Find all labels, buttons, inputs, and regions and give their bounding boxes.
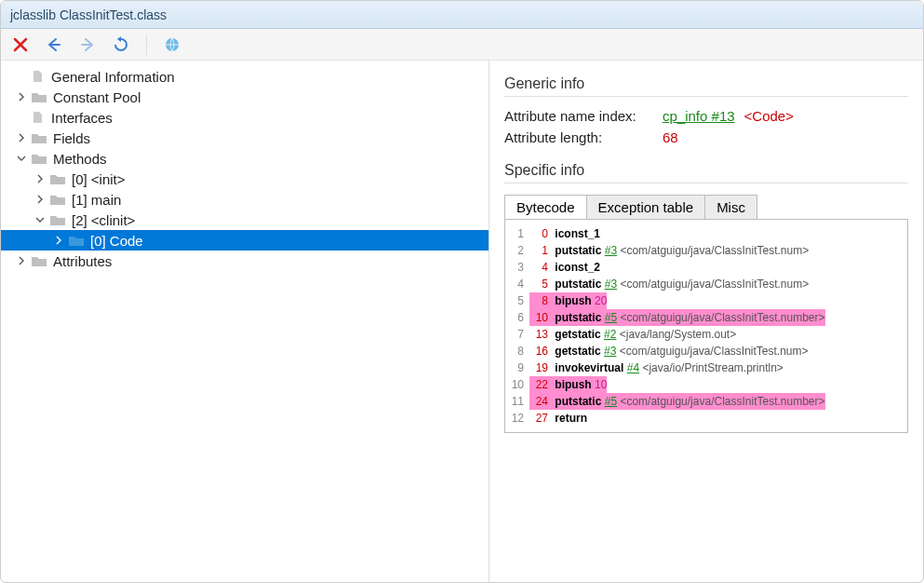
bytecode-row[interactable]: 21 putstatic #3 <com/atguigu/java/ClassI… <box>509 242 904 259</box>
generic-info-heading: Generic info <box>504 75 908 92</box>
tree-item-code[interactable]: [0] Code <box>1 230 489 251</box>
bytecode-instruction: 13 getstatic #2 <java/lang/System.out> <box>529 326 736 343</box>
folder-icon <box>31 253 47 268</box>
bytecode-gutter: 4 <box>509 276 529 292</box>
constant-pool-link[interactable]: #5 <box>605 311 617 324</box>
chevron-right-icon[interactable] <box>33 171 47 186</box>
chevron-down-icon[interactable] <box>33 212 47 227</box>
divider <box>504 96 908 97</box>
chevron-right-icon[interactable] <box>14 130 29 145</box>
folder-icon <box>68 233 85 248</box>
tree-item-interfaces[interactable]: Interfaces <box>1 107 489 128</box>
bytecode-instruction: 4 iconst_2 <box>529 259 600 276</box>
bytecode-gutter: 6 <box>509 309 529 326</box>
constant-pool-link[interactable]: #2 <box>604 328 616 341</box>
bytecode-instruction: 5 putstatic #3 <com/atguigu/java/ClassIn… <box>529 276 809 292</box>
tree-item-methods[interactable]: Methods <box>1 148 489 169</box>
bytecode-instruction: 27 return <box>529 410 587 427</box>
constant-pool-link[interactable]: #5 <box>605 395 617 408</box>
tab-misc[interactable]: Misc <box>705 196 757 219</box>
chevron-right-icon[interactable] <box>33 192 47 207</box>
tree-item-general-info[interactable]: General Information <box>1 66 489 87</box>
constant-pool-link[interactable]: #3 <box>604 345 616 358</box>
bytecode-instruction: 1 putstatic #3 <com/atguigu/java/ClassIn… <box>529 242 809 259</box>
constant-pool-link[interactable]: #3 <box>605 278 617 291</box>
bytecode-instruction: 16 getstatic #3 <com/atguigu/java/ClassI… <box>529 343 809 359</box>
tree-item-label: [0] Code <box>90 233 143 249</box>
attr-name-tag: <Code> <box>744 108 794 124</box>
window-title: jclasslib ClassInitTest.class <box>10 7 167 22</box>
globe-button[interactable] <box>160 33 184 57</box>
refresh-button[interactable] <box>109 33 133 57</box>
forward-button[interactable] <box>75 33 100 57</box>
folder-icon <box>49 171 66 186</box>
bytecode-gutter: 9 <box>509 359 529 376</box>
bytecode-instruction: 24 putstatic #5 <com/atguigu/java/ClassI… <box>529 393 825 410</box>
attr-name-link[interactable]: cp_info #13 <box>663 108 735 124</box>
bytecode-gutter: 11 <box>509 393 529 410</box>
folder-icon <box>31 151 47 166</box>
bytecode-row[interactable]: 1227 return <box>509 410 904 427</box>
bytecode-row[interactable]: 1124 putstatic #5 <com/atguigu/java/Clas… <box>509 393 904 410</box>
constant-pool-link[interactable]: #3 <box>605 244 617 257</box>
chevron-down-icon[interactable] <box>14 151 29 166</box>
tree-item-label: [0] <init> <box>72 171 126 187</box>
bytecode-row[interactable]: 816 getstatic #3 <com/atguigu/java/Class… <box>509 343 904 359</box>
chevron-right-icon[interactable] <box>51 233 66 248</box>
bytecode-row[interactable]: 34 iconst_2 <box>509 259 904 276</box>
attr-length-value: 68 <box>663 129 678 145</box>
tabs: Bytecode Exception table Misc <box>504 195 757 219</box>
tree-item-label: Constant Pool <box>53 89 141 105</box>
tree-item-label: Fields <box>53 130 90 146</box>
bytecode-row[interactable]: 919 invokevirtual #4 <java/io/PrintStrea… <box>509 359 904 376</box>
back-button[interactable] <box>42 33 66 57</box>
close-button[interactable] <box>8 33 33 57</box>
attr-length-label: Attribute length: <box>504 129 663 145</box>
tree-item-label: Attributes <box>53 253 112 269</box>
tab-exception-table[interactable]: Exception table <box>587 196 706 219</box>
bytecode-row[interactable]: 610 putstatic #5 <com/atguigu/java/Class… <box>509 309 904 326</box>
folder-icon <box>49 192 66 207</box>
bytecode-row[interactable]: 58 bipush 20 <box>509 292 904 309</box>
bytecode-gutter: 8 <box>509 343 529 359</box>
toolbar-separator <box>146 34 147 55</box>
tree-item-fields[interactable]: Fields <box>1 128 489 148</box>
bytecode-row[interactable]: 713 getstatic #2 <java/lang/System.out> <box>509 326 904 343</box>
main-content: General Information Constant Pool Interf… <box>1 61 923 582</box>
detail-panel: Generic info Attribute name index: cp_in… <box>489 61 923 582</box>
bytecode-gutter: 12 <box>509 410 529 427</box>
bytecode-listing[interactable]: 10 iconst_121 putstatic #3 <com/atguigu/… <box>504 219 908 433</box>
chevron-right-icon[interactable] <box>14 253 29 268</box>
bytecode-row[interactable]: 1022 bipush 10 <box>509 376 904 393</box>
tree-item-label: [1] main <box>72 192 121 208</box>
tree-item-label: Methods <box>53 151 107 167</box>
attr-length-row: Attribute length: 68 <box>504 129 908 145</box>
folder-icon <box>31 89 47 104</box>
chevron-right-icon[interactable] <box>14 89 29 104</box>
tree-item-label: General Information <box>51 69 175 85</box>
folder-icon <box>31 130 47 145</box>
window-titlebar: jclasslib ClassInitTest.class <box>1 1 923 29</box>
bytecode-instruction: 10 putstatic #5 <com/atguigu/java/ClassI… <box>529 309 825 326</box>
tree-item-constant-pool[interactable]: Constant Pool <box>1 87 489 107</box>
bytecode-gutter: 1 <box>509 225 529 242</box>
bytecode-row[interactable]: 45 putstatic #3 <com/atguigu/java/ClassI… <box>509 276 904 292</box>
constant-pool-link[interactable]: #4 <box>627 361 639 374</box>
bytecode-instruction: 0 iconst_1 <box>529 225 600 242</box>
bytecode-gutter: 3 <box>509 259 529 276</box>
tab-bytecode[interactable]: Bytecode <box>505 196 587 219</box>
tree-item-method-clinit[interactable]: [2] <clinit> <box>1 210 489 230</box>
bytecode-gutter: 7 <box>509 326 529 343</box>
bytecode-gutter: 10 <box>509 376 529 393</box>
tree-item-method-init[interactable]: [0] <init> <box>1 169 489 189</box>
bytecode-instruction: 22 bipush 10 <box>529 376 607 393</box>
tree-panel[interactable]: General Information Constant Pool Interf… <box>1 61 489 582</box>
specific-info-heading: Specific info <box>504 162 908 179</box>
file-icon <box>29 110 46 125</box>
tree-item-label: Interfaces <box>51 110 113 126</box>
attr-name-label: Attribute name index: <box>504 108 663 124</box>
tree-item-attributes[interactable]: Attributes <box>1 251 489 271</box>
file-icon <box>29 69 46 84</box>
tree-item-method-main[interactable]: [1] main <box>1 189 489 210</box>
bytecode-row[interactable]: 10 iconst_1 <box>509 225 904 242</box>
